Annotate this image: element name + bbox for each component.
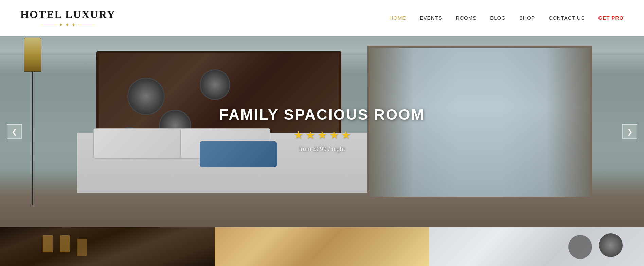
arrow-left-icon: ❮ xyxy=(12,128,17,136)
bottom-card-2[interactable] xyxy=(215,227,429,266)
nav-events[interactable]: EVENTS xyxy=(419,15,442,21)
hero-title: FAMILY SPACIOUS ROOM xyxy=(219,106,425,123)
star-4: ★ xyxy=(329,129,339,142)
bottom-card-3[interactable] xyxy=(429,227,644,266)
bottom-cards-row xyxy=(0,227,644,266)
nav-rooms[interactable]: ROOMS xyxy=(455,15,477,21)
nav-blog[interactable]: BLOG xyxy=(490,15,506,21)
star-5: ★ xyxy=(341,129,351,142)
logo[interactable]: HOTEL LUXURY ♦ ♦ ♦ xyxy=(20,8,115,28)
slider-prev-button[interactable]: ❮ xyxy=(7,124,22,139)
site-header: HOTEL LUXURY ♦ ♦ ♦ HOME EVENTS ROOMS BLO… xyxy=(0,0,644,36)
logo-line-right xyxy=(78,25,95,25)
logo-text: HOTEL LUXURY xyxy=(20,8,115,21)
star-1: ★ xyxy=(293,129,303,142)
hero-stars: ★ ★ ★ ★ ★ xyxy=(219,129,425,142)
arrow-right-icon: ❯ xyxy=(627,128,633,136)
logo-line-left xyxy=(41,25,58,25)
star-2: ★ xyxy=(305,129,315,142)
nav-contact[interactable]: CONTACT US xyxy=(549,15,585,21)
nav-home[interactable]: HOME xyxy=(389,15,406,21)
logo-hearts: ♦ ♦ ♦ xyxy=(60,22,76,28)
hero-background: FAMILY SPACIOUS ROOM ★ ★ ★ ★ ★ from $299… xyxy=(0,36,644,227)
hero-price: from $299 / night xyxy=(219,146,425,153)
bottom-card-1[interactable] xyxy=(0,227,215,266)
slider-next-button[interactable]: ❯ xyxy=(622,124,637,139)
logo-decoration: ♦ ♦ ♦ xyxy=(41,22,95,28)
star-3: ★ xyxy=(317,129,327,142)
main-nav: HOME EVENTS ROOMS BLOG SHOP CONTACT US G… xyxy=(389,15,624,21)
nav-shop[interactable]: SHOP xyxy=(519,15,535,21)
hero-slider: FAMILY SPACIOUS ROOM ★ ★ ★ ★ ★ from $299… xyxy=(0,36,644,227)
hero-content: FAMILY SPACIOUS ROOM ★ ★ ★ ★ ★ from $299… xyxy=(219,106,425,153)
nav-get-pro[interactable]: GET PRO xyxy=(598,15,624,21)
